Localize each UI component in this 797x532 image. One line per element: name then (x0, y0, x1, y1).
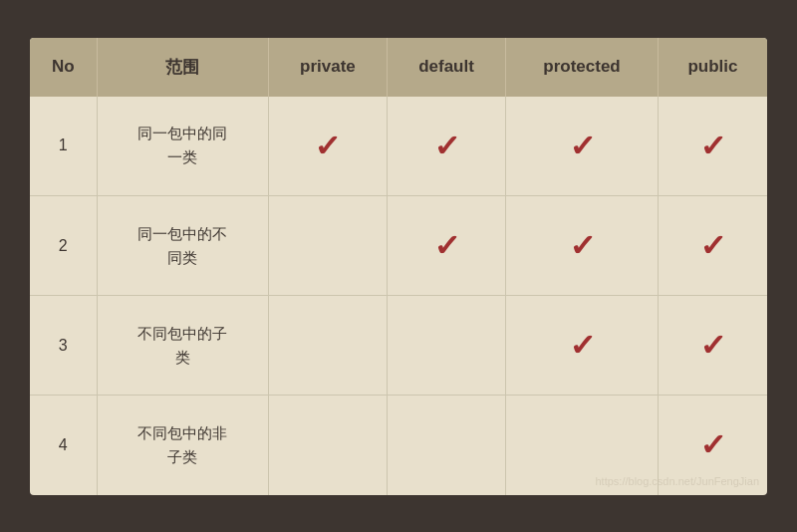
checkmark-icon-private-1: ✓ (314, 129, 342, 163)
cell-protected-1: ✓ (506, 97, 659, 196)
cell-no-2: 2 (30, 196, 97, 296)
cell-scope-1: 同一包中的同一类 (97, 97, 268, 196)
table-row: 1同一包中的同一类✓✓✓✓ (30, 97, 767, 196)
checkmark-icon-public-4: ✓ (699, 427, 727, 462)
checkmark-icon-protected-3: ✓ (568, 328, 596, 363)
table-header-row: No 范围 private default protected public (30, 38, 767, 97)
cell-scope-2: 同一包中的不同类 (97, 196, 268, 296)
checkmark-icon-protected-2: ✓ (568, 228, 596, 263)
cell-private-4 (268, 396, 387, 495)
cell-default-3 (387, 296, 505, 396)
checkmark-icon-public-1: ✓ (699, 129, 727, 163)
cell-public-1: ✓ (658, 97, 767, 196)
cell-no-3: 3 (30, 296, 97, 396)
cell-public-3: ✓ (658, 296, 767, 396)
header-private: private (268, 38, 387, 97)
header-scope: 范围 (97, 38, 268, 97)
checkmark-icon-default-1: ✓ (432, 129, 460, 163)
cell-default-2: ✓ (387, 196, 505, 296)
cell-scope-4: 不同包中的非子类 (97, 396, 268, 495)
watermark: https://blog.csdn.net/JunFengJian (596, 475, 760, 487)
table-row: 2同一包中的不同类✓✓✓ (30, 196, 767, 296)
table-row: 3不同包中的子类✓✓ (30, 296, 767, 396)
checkmark-icon-default-2: ✓ (432, 228, 460, 263)
header-no: No (30, 38, 97, 97)
header-public: public (658, 38, 767, 97)
cell-protected-3: ✓ (506, 296, 659, 396)
header-protected: protected (506, 38, 659, 97)
cell-public-2: ✓ (658, 196, 767, 296)
cell-no-1: 1 (30, 97, 97, 196)
cell-private-2 (268, 196, 387, 296)
checkmark-icon-public-2: ✓ (699, 228, 727, 263)
header-default: default (387, 38, 505, 97)
cell-scope-3: 不同包中的子类 (97, 296, 268, 396)
checkmark-icon-protected-1: ✓ (568, 129, 596, 163)
cell-protected-2: ✓ (506, 196, 659, 296)
page-wrapper: No 范围 private default protected public 1… (30, 38, 767, 495)
cell-private-1: ✓ (268, 97, 387, 196)
checkmark-icon-public-3: ✓ (699, 328, 727, 363)
cell-default-1: ✓ (387, 97, 505, 196)
cell-private-3 (268, 296, 387, 396)
table-container: No 范围 private default protected public 1… (30, 38, 767, 495)
access-modifier-table: No 范围 private default protected public 1… (30, 38, 767, 495)
cell-default-4 (387, 396, 505, 495)
cell-no-4: 4 (30, 396, 97, 495)
